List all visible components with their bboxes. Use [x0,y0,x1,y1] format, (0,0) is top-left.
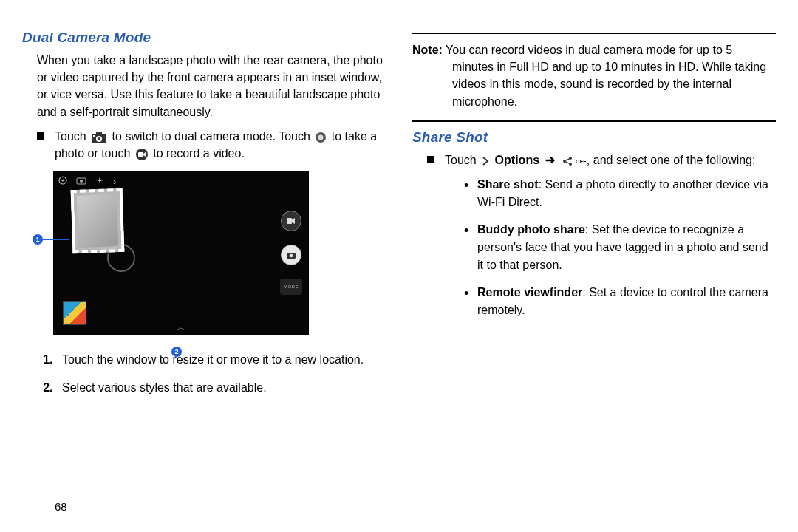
off-label: OFF [576,158,587,166]
callout-2-line [177,335,177,347]
text-touch-2: Touch [445,154,477,166]
step-2: Select various styles that are available… [56,379,386,397]
svg-point-15 [290,254,293,258]
note-paragraph: Note: You can record videos in dual came… [412,41,776,110]
intro-paragraph: When you take a landscape photo with the… [37,52,386,120]
mode-button: MODE [280,279,302,295]
square-bullet-icon [427,156,434,163]
option-share-shot: Share shot: Send a photo directly to ano… [464,176,776,211]
callout-1: 1 [33,234,43,245]
svg-rect-13 [287,218,292,224]
term-remote-viewfinder: Remote viewfinder [477,286,582,299]
focus-circle-icon [107,244,135,272]
top-divider [412,33,776,34]
dualcam-top-icon [76,176,86,187]
numbered-steps: Touch the window to resize it or move it… [22,351,386,397]
callout-1-line [43,239,69,240]
svg-line-19 [565,158,569,160]
chevron-right-icon: › [113,176,116,187]
right-column: Note: You can record videos in dual came… [412,30,776,517]
camera-screenshot: › MODE ︿ 1 2 [53,171,307,335]
settings-gear-icon [58,176,67,187]
record-video-icon [135,148,149,161]
heading-share-shot: Share Shot [412,129,776,146]
share-instruction-bullet: Touch Options ➔ OFF, and select one of t… [427,151,776,330]
text-touch-1: Touch [55,130,86,143]
note-label: Note: [412,44,443,56]
record-button [281,211,301,231]
square-bullet-icon [37,132,44,140]
page-number: 68 [55,500,67,513]
bottom-divider [412,120,776,122]
effects-icon [95,176,104,187]
option-buddy-photo: Buddy photo share: Set the device to rec… [464,221,776,273]
text-post: to record a video. [153,147,245,160]
left-column: Dual Camera Mode When you take a landsca… [22,30,386,517]
instruction-bullet: Touch to switch to dual camera mode. Tou… [37,128,386,162]
shutter-button [281,245,301,265]
svg-point-12 [80,180,83,183]
svg-rect-1 [96,132,102,134]
chevron-up-icon: ︿ [177,321,185,334]
svg-point-10 [61,180,64,182]
term-share-shot: Share shot [477,178,539,191]
svg-rect-8 [138,152,143,157]
gallery-thumbnail [63,301,86,325]
options-label: Options [495,154,539,166]
dual-camera-icon [91,131,107,144]
shutter-icon [315,132,327,143]
term-buddy-photo: Buddy photo share [477,223,585,236]
step-1: Touch the window to resize it or move it… [56,351,386,369]
chevron-right-icon [481,156,490,166]
share-options-list: Share shot: Send a photo directly to ano… [445,176,776,319]
share-off-icon [562,155,573,167]
text-tail: , and select one of the following: [587,154,756,166]
heading-dual-camera: Dual Camera Mode [22,30,386,46]
svg-rect-4 [93,135,95,137]
svg-line-20 [565,161,569,163]
text-mid-1: to switch to dual camera mode. Touch [112,130,310,143]
svg-point-6 [318,134,324,140]
arrow-icon: ➔ [545,154,555,166]
note-text: You can record videos in dual camera mod… [446,44,766,108]
svg-point-3 [98,137,100,140]
option-remote-viewfinder: Remote viewfinder: Set a device to contr… [464,284,776,318]
